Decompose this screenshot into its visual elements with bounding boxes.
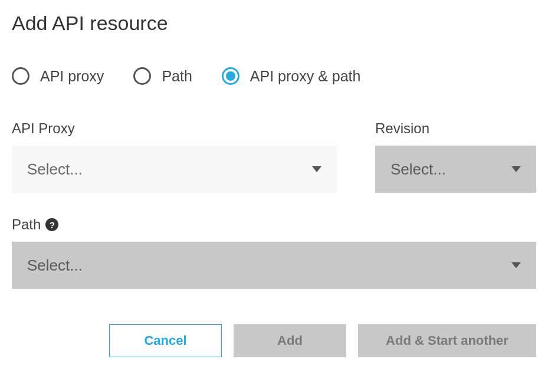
radio-label: API proxy	[40, 68, 104, 85]
form-row-path: Path ? Select...	[12, 216, 536, 289]
add-button[interactable]: Add	[234, 324, 346, 357]
api-proxy-select[interactable]: Select...	[12, 146, 337, 193]
radio-icon	[12, 67, 29, 85]
select-placeholder: Select...	[391, 160, 446, 179]
cancel-button[interactable]: Cancel	[109, 324, 222, 357]
revision-field: Revision Select...	[375, 120, 536, 193]
api-proxy-label: API Proxy	[12, 120, 337, 137]
radio-label: API proxy & path	[250, 68, 361, 85]
radio-path[interactable]: Path	[133, 67, 192, 85]
radio-icon	[133, 67, 151, 85]
radio-api-proxy-and-path[interactable]: API proxy & path	[222, 67, 361, 85]
radio-label: Path	[162, 68, 192, 85]
radio-api-proxy[interactable]: API proxy	[12, 67, 104, 85]
page-title: Add API resource	[12, 12, 536, 35]
chevron-down-icon	[511, 166, 521, 172]
form-row-proxy-revision: API Proxy Select... Revision Select...	[12, 120, 536, 193]
select-placeholder: Select...	[27, 256, 83, 275]
revision-select[interactable]: Select...	[375, 146, 536, 193]
help-icon[interactable]: ?	[45, 218, 58, 231]
radio-dot-icon	[226, 71, 235, 81]
resource-type-radio-group: API proxy Path API proxy & path	[12, 67, 536, 85]
revision-label: Revision	[375, 120, 536, 137]
path-label: Path ?	[12, 216, 536, 233]
radio-icon	[222, 67, 239, 85]
api-proxy-field: API Proxy Select...	[12, 120, 337, 193]
path-field: Path ? Select...	[12, 216, 536, 289]
button-row: Cancel Add Add & Start another	[12, 324, 536, 357]
path-label-text: Path	[12, 216, 41, 233]
chevron-down-icon	[511, 262, 521, 268]
add-start-another-button[interactable]: Add & Start another	[358, 324, 536, 357]
path-select[interactable]: Select...	[12, 242, 536, 289]
select-placeholder: Select...	[27, 160, 83, 179]
chevron-down-icon	[312, 166, 321, 172]
